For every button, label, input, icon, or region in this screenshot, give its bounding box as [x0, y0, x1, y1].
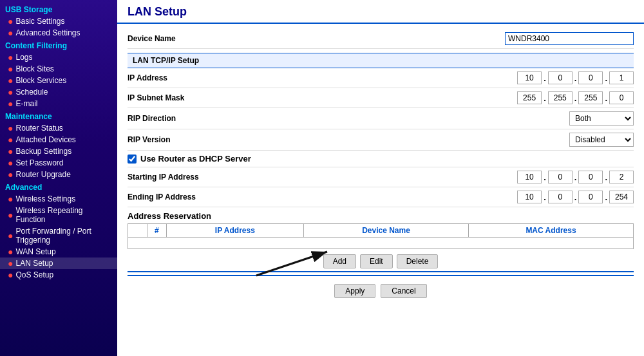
bullet-icon: ● — [8, 99, 13, 108]
edit-button[interactable]: Edit — [360, 254, 393, 268]
sidebar-item-backup-settings[interactable]: ●Backup Settings — [0, 145, 117, 157]
sidebar-item-port-forwarding[interactable]: ●Port Forwarding / Port Triggering — [0, 225, 117, 246]
bullet-icon: ● — [8, 270, 13, 279]
sidebar-item-wireless-settings[interactable]: ●Wireless Settings — [0, 193, 117, 205]
sidebar-item-wan-setup[interactable]: ●WAN Setup — [0, 246, 117, 258]
sidebar-item-set-password[interactable]: ●Set Password — [0, 157, 117, 169]
bullet-icon: ● — [8, 76, 13, 85]
apply-button[interactable]: Apply — [334, 284, 375, 298]
col-check-header — [128, 224, 147, 238]
rip-version-row: RIP Version Disabled RIP-1 RIP-2 Both — [128, 129, 634, 151]
sidebar-item-block-services[interactable]: ●Block Services — [0, 75, 117, 86]
ip-octet-4[interactable] — [609, 71, 634, 84]
subnet-octet-4[interactable] — [609, 91, 634, 104]
start-dot-3: . — [605, 173, 607, 182]
ending-ip-group: . . . — [295, 191, 634, 203]
ending-ip-label: Ending IP Address — [128, 192, 295, 201]
col-mac-header: MAC Address — [469, 224, 634, 238]
ip-address-inputs: . . . — [517, 71, 634, 84]
dhcp-label: Use Router as DHCP Server — [140, 154, 251, 164]
end-octet-1[interactable] — [517, 191, 542, 203]
bullet-icon: ● — [8, 158, 13, 167]
sidebar-section-advanced: Advanced — [0, 180, 117, 193]
start-octet-3[interactable] — [578, 171, 603, 183]
ip-address-group: . . . — [295, 71, 634, 84]
ip-octet-2[interactable] — [548, 71, 573, 84]
subnet-octet-3[interactable] — [578, 91, 603, 104]
rip-direction-value: None Both Out Only In Only — [295, 111, 634, 126]
bullet-icon: ● — [8, 88, 13, 97]
end-dot-2: . — [574, 192, 577, 202]
end-octet-3[interactable] — [578, 191, 603, 203]
sidebar-item-attached-devices[interactable]: ●Attached Devices — [0, 134, 117, 145]
sidebar-item-label: Block Services — [15, 76, 66, 85]
sidebar-item-email[interactable]: ●E-mail — [0, 98, 117, 109]
sidebar-item-advanced-settings[interactable]: ●Advanced Settings — [0, 27, 117, 39]
bullet-icon: ● — [8, 231, 13, 240]
start-dot-2: . — [574, 173, 577, 182]
sidebar-item-router-status[interactable]: ●Router Status — [0, 122, 117, 134]
starting-ip-group: . . . — [295, 171, 634, 183]
device-name-label: Device Name — [128, 34, 295, 43]
start-octet-4[interactable] — [609, 171, 634, 183]
sidebar-item-qos-setup[interactable]: ●QoS Setup — [0, 269, 117, 281]
end-octet-2[interactable] — [548, 191, 573, 203]
end-octet-4[interactable] — [609, 191, 634, 203]
action-area: Add Edit Delete — [128, 252, 634, 272]
rip-direction-row: RIP Direction None Both Out Only In Only — [128, 108, 634, 129]
start-octet-1[interactable] — [517, 171, 542, 183]
ip-subnet-inputs: . . . — [517, 91, 634, 104]
sidebar-item-label: Router Upgrade — [15, 170, 70, 179]
bullet-icon: ● — [8, 170, 13, 179]
sidebar-section-content-filtering: Content Filtering — [0, 39, 117, 52]
col-num-header: # — [147, 224, 166, 238]
subnet-octet-1[interactable] — [517, 91, 542, 104]
ip-address-row: IP Address . . . — [128, 68, 634, 88]
device-name-value-container — [295, 32, 634, 45]
sidebar-item-label: LAN Setup — [15, 259, 53, 268]
bullet-icon: ● — [8, 28, 13, 37]
subnet-dot-2: . — [574, 93, 577, 103]
sidebar-item-label: E-mail — [15, 99, 37, 108]
sidebar-item-router-upgrade[interactable]: ●Router Upgrade — [0, 169, 117, 180]
add-button[interactable]: Add — [323, 254, 356, 268]
rip-version-select[interactable]: Disabled RIP-1 RIP-2 Both — [569, 133, 634, 147]
delete-button[interactable]: Delete — [397, 254, 439, 268]
bullet-icon: ● — [8, 147, 13, 156]
sidebar-item-logs[interactable]: ●Logs — [0, 52, 117, 63]
device-name-input[interactable] — [505, 32, 634, 45]
bottom-divider — [128, 275, 634, 276]
ip-octet-3[interactable] — [578, 71, 603, 84]
lan-tcpip-section-header: LAN TCP/IP Setup — [128, 53, 634, 68]
starting-ip-row: Starting IP Address . . . — [128, 167, 634, 187]
sidebar-item-label: Attached Devices — [15, 135, 75, 144]
sidebar-section-usb-storage: USB Storage — [0, 3, 117, 15]
sidebar-item-basic-settings[interactable]: ●Basic Settings — [0, 15, 117, 27]
subnet-octet-2[interactable] — [548, 91, 573, 104]
sidebar-item-label: Schedule — [15, 88, 48, 97]
dhcp-checkbox[interactable] — [128, 155, 137, 164]
sidebar-item-block-sites[interactable]: ●Block Sites — [0, 63, 117, 75]
sidebar-item-label: Logs — [15, 53, 32, 62]
ip-subnet-group: . . . — [295, 91, 634, 104]
sidebar-item-lan-setup[interactable]: ●LAN Setup — [0, 258, 117, 269]
start-octet-2[interactable] — [548, 171, 573, 183]
sidebar-item-schedule[interactable]: ●Schedule — [0, 86, 117, 98]
address-reservation-header: Address Reservation — [128, 207, 634, 223]
rip-direction-select[interactable]: None Both Out Only In Only — [569, 111, 634, 126]
ip-subnet-row: IP Subnet Mask . . . — [128, 88, 634, 108]
ip-dot-2: . — [574, 73, 577, 83]
dhcp-check-row: Use Router as DHCP Server — [128, 151, 634, 167]
rip-version-value: Disabled RIP-1 RIP-2 Both — [295, 133, 634, 147]
bullet-icon: ● — [8, 135, 13, 144]
sidebar-item-label: Block Sites — [15, 64, 53, 73]
cancel-button[interactable]: Cancel — [381, 284, 426, 298]
ip-octet-1[interactable] — [517, 71, 542, 84]
bullet-icon: ● — [8, 259, 13, 268]
page-title: LAN Setup — [117, 0, 644, 24]
bullet-icon: ● — [8, 194, 13, 203]
sidebar-item-wireless-repeating[interactable]: ●Wireless Repeating Function — [0, 205, 117, 225]
bullet-icon: ● — [8, 64, 13, 73]
starting-ip-inputs: . . . — [517, 171, 634, 183]
starting-ip-label: Starting IP Address — [128, 173, 295, 182]
